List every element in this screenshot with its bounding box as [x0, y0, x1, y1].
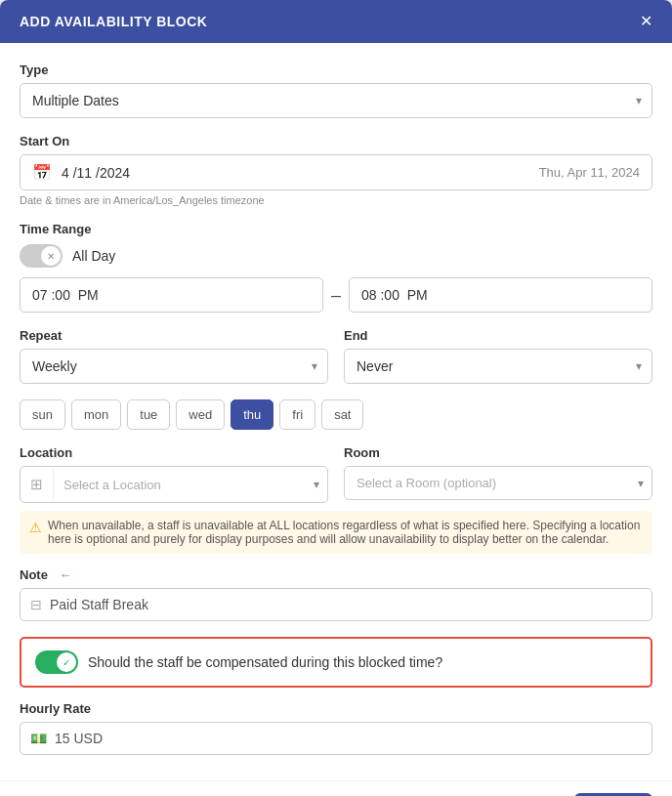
hourly-rate-label: Hourly Rate [20, 701, 652, 716]
hourly-rate-input-wrapper: 💵 [20, 722, 652, 755]
weekday-thu[interactable]: thu [231, 399, 273, 430]
location-col: Location ⊞ Select a Location ▾ [20, 445, 328, 503]
modal-body: Type Multiple Dates Date Range Single Da… [0, 43, 672, 780]
room-select[interactable]: Select a Room (optional) [345, 467, 651, 499]
time-range-label: Time Range [20, 222, 652, 236]
modal-footer: → ADD [0, 780, 672, 796]
weekday-tue[interactable]: tue [127, 399, 170, 430]
weekday-sat[interactable]: sat [321, 399, 363, 430]
modal-title: ADD AVAILABILITY BLOCK [20, 14, 207, 29]
repeat-select[interactable]: Weekly Never Daily Monthly [21, 350, 327, 383]
hourly-rate-group: Hourly Rate 💵 [20, 701, 652, 755]
note-label: Note ← [20, 567, 652, 582]
weekday-fri[interactable]: fri [279, 399, 315, 430]
type-select-wrapper: Multiple Dates Date Range Single Date ▾ [20, 83, 652, 118]
add-availability-modal: ADD AVAILABILITY BLOCK ✕ Type Multiple D… [0, 0, 672, 796]
end-time-input[interactable] [349, 277, 652, 313]
note-input-wrapper: ⊟ [20, 588, 652, 621]
warning-icon: ⚠ [29, 520, 42, 535]
compensation-row: ✓ Should the staff be compensated during… [35, 650, 637, 674]
note-group: Note ← ⊟ [20, 567, 652, 621]
type-select[interactable]: Multiple Dates Date Range Single Date [21, 84, 651, 117]
start-on-label: Start On [20, 134, 652, 148]
room-col: Room Select a Room (optional) ▾ [344, 445, 652, 503]
room-select-wrapper: Select a Room (optional) ▾ [344, 466, 652, 500]
calendar-icon: 📅 [32, 163, 52, 182]
modal-header: ADD AVAILABILITY BLOCK ✕ [0, 0, 672, 43]
warning-text: When unavailable, a staff is unavailable… [48, 519, 643, 546]
start-on-group: Start On 📅 4 /11 /2024 Thu, Apr 11, 2024… [20, 134, 652, 206]
compensation-toggle[interactable]: ✓ [35, 650, 78, 674]
room-label: Room [344, 445, 652, 460]
time-range-group: Time Range ✕ All Day – [20, 222, 652, 313]
weekday-mon[interactable]: mon [71, 399, 121, 430]
repeat-col: Repeat Weekly Never Daily Monthly ▾ [20, 328, 328, 384]
toggle-knob: ✕ [41, 246, 61, 266]
compensation-box: ✓ Should the staff be compensated during… [20, 637, 652, 688]
all-day-label: All Day [72, 248, 115, 264]
end-select[interactable]: Never After On Date [345, 350, 651, 383]
end-label: End [344, 328, 652, 343]
timezone-note: Date & times are in America/Los_Angeles … [20, 194, 652, 206]
weekday-wed[interactable]: wed [176, 399, 225, 430]
repeat-select-wrapper: Weekly Never Daily Monthly ▾ [20, 349, 328, 384]
modal-close-button[interactable]: ✕ [640, 14, 652, 29]
location-icon: ⊞ [21, 467, 54, 502]
location-select-wrapper: ⊞ Select a Location ▾ [20, 466, 328, 503]
note-arrow-indicator: ← [60, 567, 72, 582]
note-icon: ⊟ [30, 597, 42, 612]
all-day-toggle[interactable]: ✕ [20, 244, 63, 268]
money-icon: 💵 [30, 731, 47, 746]
type-group: Type Multiple Dates Date Range Single Da… [20, 63, 652, 118]
weekday-sun[interactable]: sun [20, 399, 65, 430]
warning-note: ⚠ When unavailable, a staff is unavailab… [20, 511, 652, 554]
repeat-end-row: Repeat Weekly Never Daily Monthly ▾ End … [20, 328, 652, 384]
start-time-input[interactable] [20, 277, 323, 313]
date-input-wrapper[interactable]: 📅 4 /11 /2024 Thu, Apr 11, 2024 [20, 154, 652, 190]
location-room-row: Location ⊞ Select a Location ▾ Room Sele… [20, 445, 652, 503]
compensation-label: Should the staff be compensated during t… [88, 654, 442, 670]
end-col: End Never After On Date ▾ [344, 328, 652, 384]
repeat-label: Repeat [20, 328, 328, 343]
type-label: Type [20, 63, 652, 77]
date-value: 4 /11 /2024 [62, 165, 539, 181]
time-inputs-row: – [20, 277, 652, 313]
date-formatted: Thu, Apr 11, 2024 [539, 165, 640, 180]
location-label: Location [20, 445, 328, 460]
hourly-rate-input[interactable] [55, 731, 642, 746]
compensation-toggle-knob: ✓ [57, 652, 76, 672]
weekdays-row: sun mon tue wed thu fri sat [20, 399, 652, 430]
location-select[interactable]: Select a Location [54, 469, 327, 501]
note-input[interactable] [50, 597, 642, 612]
end-select-wrapper: Never After On Date ▾ [344, 349, 652, 384]
time-separator: – [331, 285, 341, 306]
all-day-toggle-row: ✕ All Day [20, 244, 652, 268]
